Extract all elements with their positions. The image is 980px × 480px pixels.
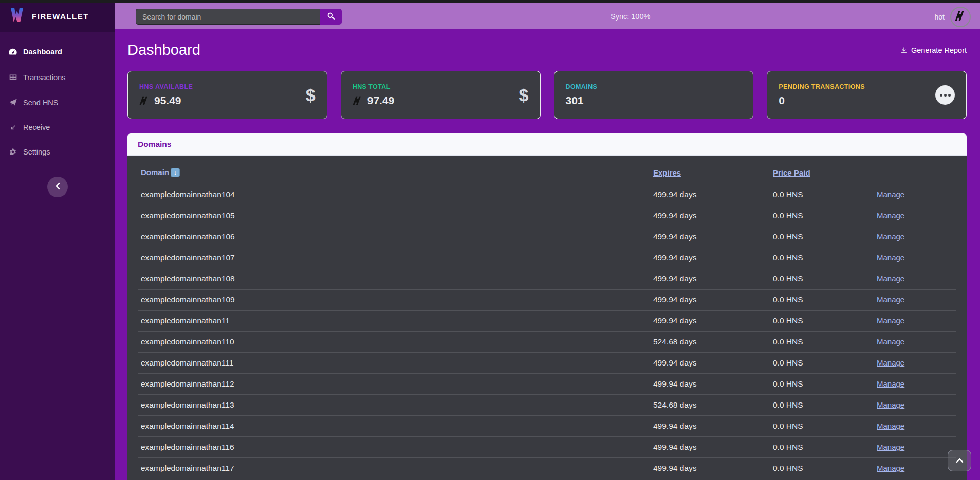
manage-link[interactable]: Manage xyxy=(877,253,904,262)
sidebar-item-label: Settings xyxy=(23,148,50,156)
manage-link[interactable]: Manage xyxy=(877,337,904,346)
wallet-avatar[interactable] xyxy=(950,7,971,27)
table-row: exampledomainnathan105 499.94 days 0.0 H… xyxy=(138,205,956,226)
table-icon xyxy=(8,73,17,82)
manage-link[interactable]: Manage xyxy=(877,379,904,388)
sidebar: FIREWALLET Dashboard Transactions Send H… xyxy=(0,0,115,480)
card-value: 97.49 xyxy=(367,94,395,107)
sidebar-item-label: Send HNS xyxy=(23,99,59,107)
sidebar-item-dashboard[interactable]: Dashboard xyxy=(0,39,115,65)
column-header-expires[interactable]: Expires xyxy=(650,161,770,184)
card-label: HNS TOTAL xyxy=(353,83,395,90)
table-row: exampledomainnathan106 499.94 days 0.0 H… xyxy=(138,226,956,247)
send-icon xyxy=(8,98,17,107)
sidebar-item-send-hns[interactable]: Send HNS xyxy=(0,90,115,115)
manage-link[interactable]: Manage xyxy=(877,443,904,451)
manage-link[interactable]: Manage xyxy=(877,232,904,241)
expires-cell: 499.94 days xyxy=(650,374,770,395)
dollar-sign-icon: $ xyxy=(306,85,316,105)
table-row: exampledomainnathan113 524.68 days 0.0 H… xyxy=(138,395,956,416)
manage-link[interactable]: Manage xyxy=(877,464,904,472)
table-row: exampledomainnathan108 499.94 days 0.0 H… xyxy=(138,268,956,290)
generate-report-button[interactable]: Generate Report xyxy=(900,46,967,54)
expires-cell: 499.94 days xyxy=(650,290,770,311)
brand[interactable]: FIREWALLET xyxy=(0,0,115,32)
price-cell: 0.0 HNS xyxy=(770,226,874,247)
manage-link[interactable]: Manage xyxy=(877,274,904,283)
download-icon xyxy=(900,47,908,54)
manage-link[interactable]: Manage xyxy=(877,316,904,325)
card-value: 301 xyxy=(566,94,584,107)
domains-table-body: exampledomainnathan104 499.94 days 0.0 H… xyxy=(138,184,956,479)
search-button[interactable] xyxy=(320,9,342,25)
sidebar-item-settings[interactable]: Settings xyxy=(0,140,115,164)
price-cell: 0.0 HNS xyxy=(770,332,874,353)
expires-cell: 499.94 days xyxy=(650,458,770,479)
wallet-menu[interactable]: hot xyxy=(935,7,973,27)
price-cell: 0.0 HNS xyxy=(770,184,874,205)
chevron-up-icon xyxy=(956,456,964,465)
sidebar-item-label: Transactions xyxy=(23,73,65,82)
page-title: Dashboard xyxy=(127,42,200,59)
price-cell: 0.0 HNS xyxy=(770,311,874,332)
table-row: exampledomainnathan109 499.94 days 0.0 H… xyxy=(138,290,956,311)
domain-cell: exampledomainnathan110 xyxy=(138,332,650,353)
sort-descending-icon: ↓ xyxy=(171,168,180,177)
sidebar-collapse-button[interactable] xyxy=(47,177,68,197)
domain-cell: exampledomainnathan111 xyxy=(138,353,650,374)
stat-cards: HNS AVAILABLE 95.49 $ HNS TOTAL xyxy=(127,71,967,119)
domains-panel: Domains Domain↓ Expires Price Paid xyxy=(127,133,967,480)
expires-cell: 499.94 days xyxy=(650,247,770,268)
column-header-price-paid[interactable]: Price Paid xyxy=(770,161,874,184)
manage-link[interactable]: Manage xyxy=(877,295,904,304)
table-row: exampledomainnathan111 499.94 days 0.0 H… xyxy=(138,353,956,374)
domain-cell: exampledomainnathan108 xyxy=(138,268,650,290)
tachometer-icon xyxy=(8,47,17,56)
manage-link[interactable]: Manage xyxy=(877,358,904,367)
hns-coin-icon xyxy=(139,95,150,106)
expires-cell: 524.68 days xyxy=(650,332,770,353)
sidebar-item-transactions[interactable]: Transactions xyxy=(0,65,115,90)
gear-icon xyxy=(8,148,17,156)
sync-status: Sync: 100% xyxy=(611,0,650,29)
scroll-to-top-button[interactable] xyxy=(948,450,971,471)
price-cell: 0.0 HNS xyxy=(770,458,874,479)
expires-cell: 499.94 days xyxy=(650,205,770,226)
manage-link[interactable]: Manage xyxy=(877,211,904,220)
domains-panel-title: Domains xyxy=(127,133,967,156)
domain-cell: exampledomainnathan105 xyxy=(138,205,650,226)
manage-link[interactable]: Manage xyxy=(877,400,904,409)
domain-cell: exampledomainnathan117 xyxy=(138,458,650,479)
domain-cell: exampledomainnathan107 xyxy=(138,247,650,268)
wallet-name: hot xyxy=(935,13,945,21)
price-cell: 0.0 HNS xyxy=(770,353,874,374)
price-cell: 0.0 HNS xyxy=(770,290,874,311)
table-row: exampledomainnathan117 499.94 days 0.0 H… xyxy=(138,458,956,479)
dollar-sign-icon: $ xyxy=(519,85,529,105)
sidebar-item-receive[interactable]: Receive xyxy=(0,115,115,140)
domain-cell: exampledomainnathan114 xyxy=(138,416,650,437)
handshake-logo-icon xyxy=(955,10,966,23)
manage-link[interactable]: Manage xyxy=(877,190,904,199)
domain-cell: exampledomainnathan106 xyxy=(138,226,650,247)
brand-name: FIREWALLET xyxy=(32,12,89,21)
ellipsis-icon[interactable] xyxy=(935,85,955,105)
sidebar-item-label: Receive xyxy=(23,123,50,131)
manage-link[interactable]: Manage xyxy=(877,421,904,430)
expires-cell: 499.94 days xyxy=(650,184,770,205)
search-input[interactable] xyxy=(136,9,320,25)
domain-cell: exampledomainnathan113 xyxy=(138,395,650,416)
table-row: exampledomainnathan116 499.94 days 0.0 H… xyxy=(138,437,956,458)
price-cell: 0.0 HNS xyxy=(770,395,874,416)
column-header-domain[interactable]: Domain↓ xyxy=(138,161,650,184)
domain-cell: exampledomainnathan112 xyxy=(138,374,650,395)
domain-cell: exampledomainnathan109 xyxy=(138,290,650,311)
column-header-actions xyxy=(874,161,956,184)
expires-cell: 499.94 days xyxy=(650,416,770,437)
expires-cell: 499.94 days xyxy=(650,268,770,290)
price-cell: 0.0 HNS xyxy=(770,437,874,458)
domain-cell: exampledomainnathan116 xyxy=(138,437,650,458)
search-icon xyxy=(327,12,335,22)
card-value: 95.49 xyxy=(154,94,181,107)
expires-cell: 499.94 days xyxy=(650,226,770,247)
